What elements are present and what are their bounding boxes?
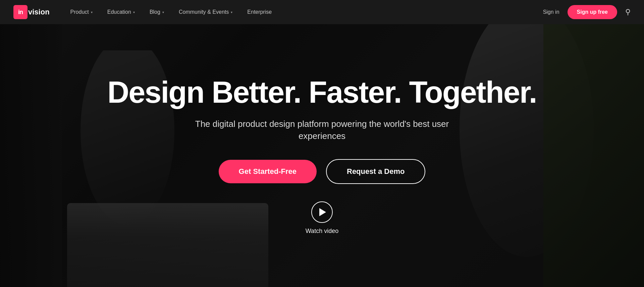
nav-product[interactable]: Product ▾ xyxy=(63,0,100,24)
play-circle xyxy=(311,201,333,223)
search-icon[interactable]: ⚲ xyxy=(625,8,631,16)
nav-community[interactable]: Community & Events ▾ xyxy=(171,0,240,24)
hero-section: in vision Product ▾ Education ▾ Blog ▾ C… xyxy=(0,0,644,287)
logo-in: in xyxy=(18,9,23,16)
chevron-down-icon: ▾ xyxy=(133,10,135,14)
sign-up-button[interactable]: Sign up free xyxy=(568,5,617,19)
logo-icon: in xyxy=(13,5,28,19)
logo[interactable]: in vision xyxy=(13,5,50,19)
request-demo-button[interactable]: Request a Demo xyxy=(326,159,425,184)
chevron-down-icon: ▾ xyxy=(231,10,232,14)
main-nav: in vision Product ▾ Education ▾ Blog ▾ C… xyxy=(0,0,644,24)
chevron-down-icon: ▾ xyxy=(162,10,164,14)
logo-text: vision xyxy=(28,8,50,16)
nav-blog[interactable]: Blog ▾ xyxy=(142,0,171,24)
hero-content: Design Better. Faster. Together. The dig… xyxy=(87,52,557,234)
hero-subtitle: The digital product design platform powe… xyxy=(171,118,473,142)
hero-title: Design Better. Faster. Together. xyxy=(107,77,537,108)
nav-enterprise[interactable]: Enterprise xyxy=(240,0,279,24)
watch-video-button[interactable]: Watch video xyxy=(306,201,338,235)
watch-video-label: Watch video xyxy=(306,228,338,235)
get-started-button[interactable]: Get Started-Free xyxy=(219,160,317,183)
chevron-down-icon: ▾ xyxy=(91,10,93,14)
play-icon xyxy=(319,208,326,216)
nav-items: Product ▾ Education ▾ Blog ▾ Community &… xyxy=(63,0,543,24)
nav-right: Sign in Sign up free ⚲ xyxy=(543,5,631,19)
cta-row: Get Started-Free Request a Demo xyxy=(219,159,426,184)
nav-education[interactable]: Education ▾ xyxy=(100,0,142,24)
sign-in-link[interactable]: Sign in xyxy=(543,9,559,15)
